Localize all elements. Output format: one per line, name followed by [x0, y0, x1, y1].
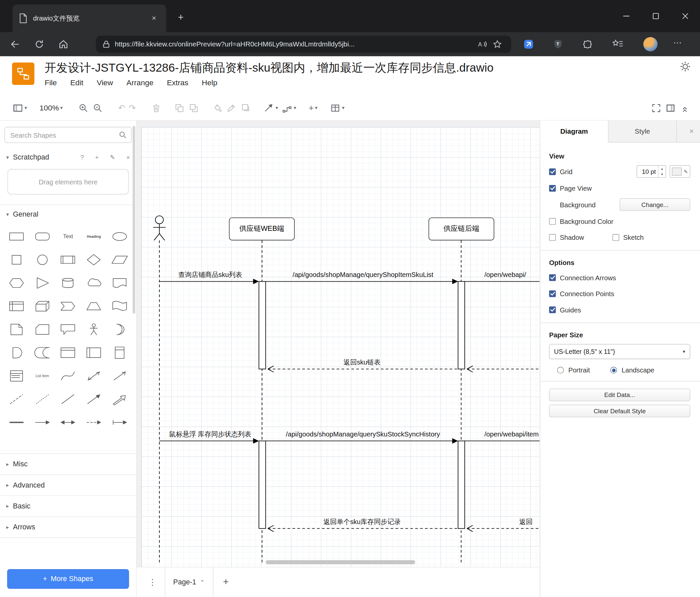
edit-data-button[interactable]: Edit Data... — [549, 389, 691, 401]
page-view-checkbox[interactable] — [549, 185, 556, 191]
message-label[interactable]: 查询店铺商品sku列表 — [157, 270, 264, 279]
tab-diagram[interactable]: Diagram — [540, 121, 608, 143]
curve-shape[interactable] — [55, 364, 81, 387]
menu-extras[interactable]: Extras — [167, 79, 188, 88]
shadow-checkbox[interactable] — [549, 234, 556, 240]
format-panel-close-icon[interactable]: × — [690, 121, 694, 142]
scratchpad-close-icon[interactable]: × — [126, 153, 130, 161]
document-shape[interactable] — [107, 271, 132, 294]
section-arrows[interactable]: ▸ Arrows — [0, 517, 136, 538]
minimize-button[interactable] — [611, 0, 641, 32]
triangle-shape[interactable] — [29, 271, 55, 294]
scratchpad-help-icon[interactable]: ? — [80, 153, 84, 161]
directional-arrow-shape[interactable] — [81, 387, 107, 411]
connection-style-button[interactable]: ▾ — [262, 100, 280, 116]
actor-shape[interactable] — [81, 318, 107, 341]
address-bar[interactable]: https://file.kkview.cn/onlinePreview?url… — [96, 36, 511, 53]
lifeline-box-web[interactable]: 供应链WEB端 — [229, 218, 295, 240]
connection-points-checkbox[interactable] — [549, 290, 556, 297]
zoom-out-icon[interactable] — [91, 100, 105, 116]
favorite-star-icon[interactable] — [490, 38, 505, 51]
copilot-icon[interactable] — [521, 38, 536, 51]
data-storage-shape[interactable] — [29, 341, 55, 364]
fullscreen-icon[interactable] — [649, 100, 663, 116]
simple-arrow-shape[interactable] — [29, 411, 55, 434]
zoom-in-icon[interactable] — [76, 100, 91, 116]
message-label[interactable]: /api/goods/shopManage/queryShopItemSkuLi… — [265, 270, 461, 279]
redo-icon[interactable]: ↷ — [127, 100, 138, 116]
portrait-radio[interactable] — [557, 367, 564, 374]
rectangle-shape[interactable] — [4, 225, 29, 248]
diagram-canvas[interactable]: 供应链WEB端 供应链后端 查询店铺商品sku列表 /api/goods/sho… — [136, 121, 540, 568]
message-label[interactable]: 返回单个sku库存同步记录 — [304, 518, 420, 526]
new-tab-button[interactable]: + — [173, 10, 189, 25]
cylinder-shape[interactable] — [55, 271, 81, 294]
step-shape[interactable] — [55, 294, 81, 318]
table-button[interactable]: ▾ — [328, 100, 346, 116]
dotted-line-shape[interactable] — [29, 387, 55, 411]
section-advanced[interactable]: ▸ Advanced — [0, 474, 136, 495]
list-shape[interactable] — [4, 364, 29, 387]
clear-default-style-button[interactable]: Clear Default Style — [549, 405, 691, 417]
grid-size-stepper[interactable]: ▴▾ — [658, 166, 666, 177]
close-window-button[interactable] — [671, 0, 700, 32]
menu-file[interactable]: File — [45, 79, 57, 88]
dashed-arrow-shape[interactable] — [81, 411, 107, 434]
url-text[interactable]: https://file.kkview.cn/onlinePreview?url… — [115, 40, 475, 48]
message-label[interactable]: /open/webapi/item — [484, 430, 540, 439]
tab-close-icon[interactable]: × — [148, 13, 160, 24]
container-shape[interactable] — [55, 341, 81, 364]
internal-storage-shape[interactable] — [4, 294, 29, 318]
link-shape[interactable] — [107, 387, 132, 411]
shape-search-box[interactable] — [4, 127, 131, 143]
more-shapes-button[interactable]: + More Shapes — [7, 569, 129, 589]
pages-menu-icon[interactable]: ⋮ — [148, 577, 157, 588]
refresh-icon[interactable] — [30, 36, 48, 53]
view-panels-button[interactable]: ▾ — [10, 100, 29, 116]
browser-menu-icon[interactable]: ⋯ — [673, 38, 682, 48]
bidirectional-arrow-shape[interactable] — [81, 364, 107, 387]
read-aloud-icon[interactable]: A — [475, 38, 490, 51]
crossbar-shape[interactable] — [4, 411, 29, 434]
favorites-icon[interactable] — [610, 38, 625, 51]
grid-checkbox[interactable] — [549, 168, 556, 175]
zoom-level-dropdown[interactable]: 100% ▾ — [38, 100, 65, 116]
background-color-checkbox[interactable] — [549, 218, 556, 224]
menu-help[interactable]: Help — [202, 79, 218, 88]
collapse-toolbar-icon[interactable] — [678, 100, 692, 116]
heading-shape[interactable]: Heading — [81, 225, 107, 248]
sketch-checkbox[interactable] — [612, 234, 619, 240]
message-label[interactable]: /open/webapi/ — [484, 270, 540, 279]
theme-toggle-icon[interactable] — [678, 59, 693, 74]
process-shape[interactable] — [55, 248, 81, 271]
guides-checkbox[interactable] — [549, 306, 556, 313]
diagonal-arrow-shape[interactable] — [107, 364, 132, 387]
section-basic[interactable]: ▸ Basic — [0, 496, 136, 517]
note-shape[interactable] — [4, 318, 29, 341]
parallelogram-shape[interactable] — [107, 248, 132, 271]
trapezoid-shape[interactable] — [81, 294, 107, 318]
cloud-shape[interactable] — [81, 271, 107, 294]
extensions-icon[interactable] — [580, 38, 595, 51]
list-item-shape[interactable]: List Item — [29, 364, 55, 387]
and-shape[interactable] — [4, 341, 29, 364]
grid-color-button[interactable]: ✎ — [670, 165, 690, 178]
double-arrow-shape[interactable] — [55, 411, 81, 434]
format-panel-toggle-icon[interactable] — [664, 100, 678, 116]
horizontal-container-shape[interactable] — [81, 341, 107, 364]
shield-extension-icon[interactable]: T — [551, 38, 566, 51]
scratchpad-edit-icon[interactable]: ✎ — [110, 153, 115, 161]
search-input[interactable] — [9, 131, 119, 139]
message-label[interactable]: /api/goods/shopManage/querySkuStockSyncH… — [265, 430, 461, 439]
grid-size-input[interactable]: 10 pt ▴▾ — [637, 165, 666, 178]
change-background-button[interactable]: Change... — [620, 198, 691, 211]
maximize-button[interactable] — [641, 0, 671, 32]
menu-view[interactable]: View — [97, 79, 113, 88]
scratchpad-header[interactable]: ▾ Scratchpad ? + ✎ × — [0, 148, 136, 166]
text-shape[interactable]: Text — [55, 225, 81, 248]
section-general[interactable]: ▾ General — [0, 205, 136, 224]
tab-style[interactable]: Style — [608, 121, 677, 142]
vertical-container-shape[interactable] — [107, 341, 132, 364]
or-shape[interactable] — [107, 318, 132, 341]
scratchpad-add-icon[interactable]: + — [95, 153, 99, 161]
